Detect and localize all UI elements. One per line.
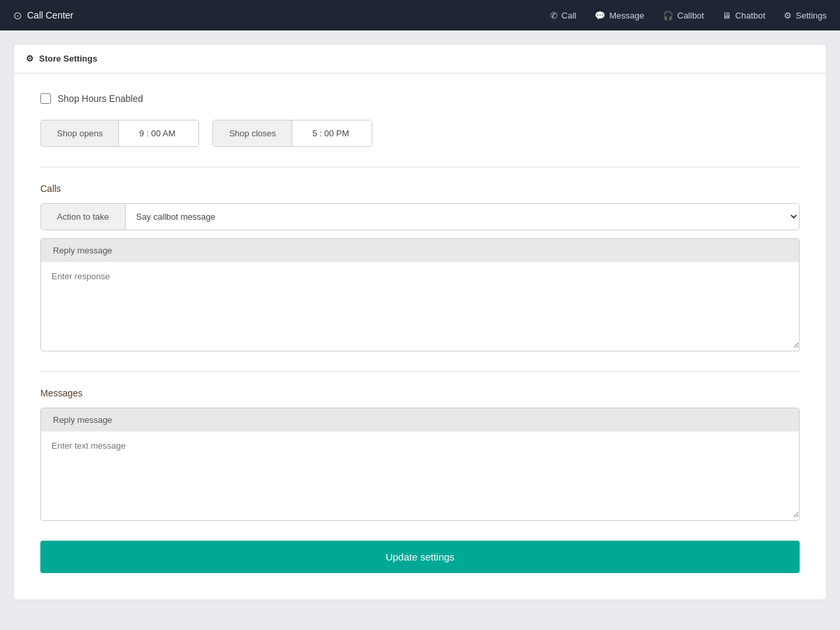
calls-section: Calls Action to take Say callbot message…: [40, 183, 800, 351]
messages-reply-block: Reply message: [40, 408, 800, 521]
action-select[interactable]: Say callbot message Hangup Transfer: [126, 204, 799, 230]
nav-message[interactable]: 💬 Message: [595, 11, 644, 21]
message-icon: 💬: [595, 11, 605, 21]
header: ⊙ Call Center ✆ Call 💬 Message 🎧 Callbot…: [0, 0, 840, 30]
shop-closes-label: Shop closes: [213, 120, 292, 146]
action-row: Action to take Say callbot message Hangu…: [40, 203, 800, 230]
shop-hours-checkbox[interactable]: [40, 93, 51, 104]
card-body: Shop Hours Enabled Shop opens 9 : 00 AM …: [14, 73, 826, 600]
nav-message-label: Message: [609, 11, 644, 21]
action-label: Action to take: [41, 204, 126, 230]
nav-callbot-label: Callbot: [677, 11, 704, 21]
callbot-icon: 🎧: [663, 11, 673, 21]
brand-icon: ⊙: [13, 9, 22, 22]
calls-reply-header: Reply message: [41, 239, 799, 262]
card-header: ⚙ Store Settings: [14, 44, 826, 73]
shop-hours-enabled-row: Shop Hours Enabled: [40, 93, 800, 104]
shop-opens-value[interactable]: 9 : 00 AM: [119, 120, 198, 146]
nav-call[interactable]: ✆ Call: [550, 11, 576, 21]
nav-call-label: Call: [562, 11, 576, 21]
brand: ⊙ Call Center: [13, 9, 73, 22]
divider-messages: [40, 371, 800, 372]
store-settings-card: ⚙ Store Settings Shop Hours Enabled Shop…: [13, 44, 827, 600]
main-nav: ✆ Call 💬 Message 🎧 Callbot 🖥 Chatbot ⚙ S…: [550, 11, 827, 21]
nav-settings-label: Settings: [796, 11, 827, 21]
card-header-title: Store Settings: [39, 54, 97, 64]
settings-icon: ⚙: [784, 11, 792, 21]
nav-chatbot[interactable]: 🖥 Chatbot: [722, 11, 765, 21]
divider-calls: [40, 167, 800, 167]
card-header-icon: ⚙: [26, 54, 34, 64]
nav-callbot[interactable]: 🎧 Callbot: [663, 11, 704, 21]
calls-reply-block: Reply message: [40, 238, 800, 351]
calls-reply-textarea[interactable]: [41, 262, 799, 348]
shop-closes-value[interactable]: 5 : 00 PM: [292, 120, 372, 146]
calls-section-title: Calls: [40, 183, 800, 194]
messages-section: Messages Reply message: [40, 388, 800, 521]
messages-section-title: Messages: [40, 388, 800, 398]
nav-chatbot-label: Chatbot: [735, 11, 765, 21]
brand-label: Call Center: [27, 10, 73, 21]
update-settings-button[interactable]: Update settings: [40, 541, 800, 573]
chatbot-icon: 🖥: [722, 11, 731, 21]
messages-reply-header: Reply message: [41, 408, 799, 431]
time-row: Shop opens 9 : 00 AM Shop closes 5 : 00 …: [40, 120, 800, 147]
shop-opens-label: Shop opens: [41, 120, 119, 146]
nav-settings[interactable]: ⚙ Settings: [784, 11, 827, 21]
messages-reply-textarea[interactable]: [41, 431, 799, 518]
shop-hours-label[interactable]: Shop Hours Enabled: [58, 93, 143, 104]
call-icon: ✆: [550, 11, 558, 21]
shop-closes-field: Shop closes 5 : 00 PM: [212, 120, 372, 147]
shop-opens-field: Shop opens 9 : 00 AM: [40, 120, 199, 147]
